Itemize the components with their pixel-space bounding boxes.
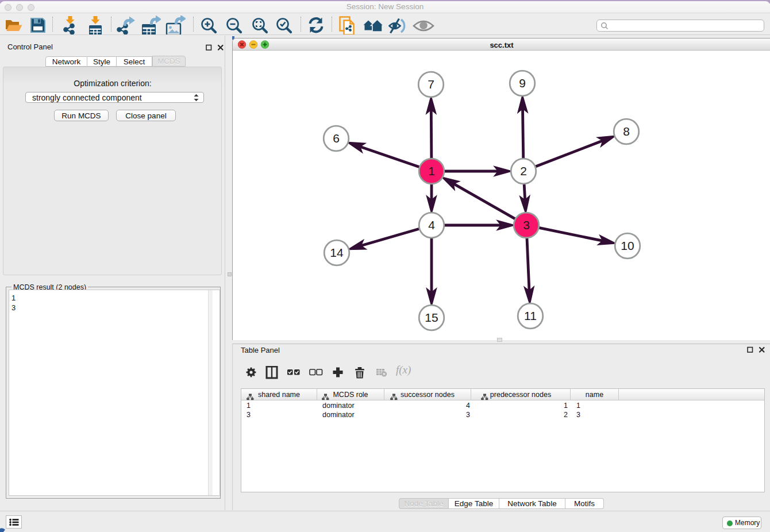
svg-text:1: 1: [428, 164, 435, 178]
svg-text:14: 14: [330, 246, 344, 259]
svg-text:10: 10: [621, 239, 634, 252]
svg-text:2: 2: [520, 164, 527, 178]
svg-text:15: 15: [425, 311, 438, 324]
svg-text:7: 7: [428, 78, 434, 91]
svg-text:11: 11: [524, 309, 537, 322]
svg-text:6: 6: [333, 132, 340, 145]
svg-text:3: 3: [523, 218, 530, 232]
svg-text:4: 4: [428, 218, 435, 232]
svg-text:8: 8: [623, 125, 630, 138]
svg-text:9: 9: [519, 76, 526, 90]
